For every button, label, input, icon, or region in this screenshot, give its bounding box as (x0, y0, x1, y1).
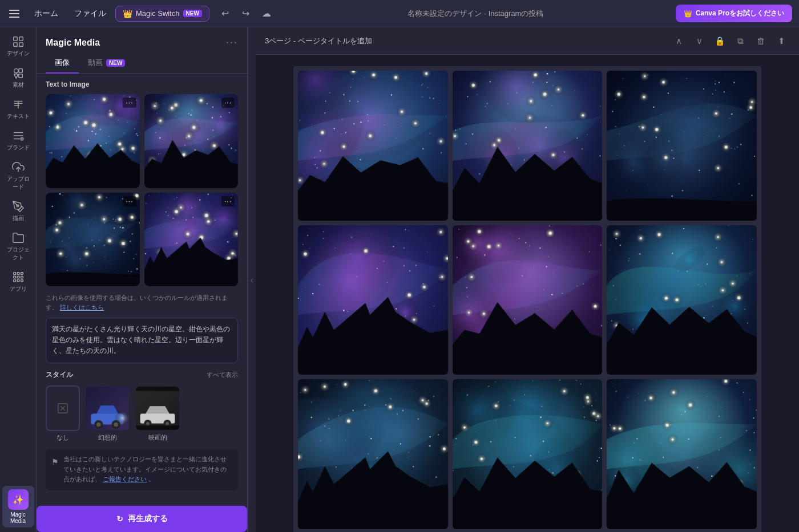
magic-switch-label: Magic Switch (136, 9, 180, 18)
panel-image-1[interactable]: ··· (46, 94, 140, 188)
sidebar-item-elements[interactable]: 素材 (2, 63, 34, 92)
svg-rect-22 (13, 280, 15, 282)
notice-text: 当社はこの新しいテクノロジーを皆さまと一緒に進化させていきたいと考えています。イ… (63, 454, 232, 485)
canvas-image-2[interactable] (453, 71, 603, 221)
crown-icon: 👑 (123, 9, 132, 18)
tab-image[interactable]: 画像 (46, 53, 79, 74)
nav-home[interactable]: ホーム (27, 5, 65, 22)
regenerate-button[interactable]: ↻ 再生成する (37, 506, 247, 532)
canvas-toolbar-actions: ∧ ∨ 🔒 ⧉ 🗑 ⬆ (670, 33, 790, 50)
image-options-3[interactable]: ··· (123, 196, 136, 206)
sidebar-label-design: デザイン (7, 50, 30, 58)
prompt-textarea[interactable]: 満天の星がたくさん光り輝く天の川の星空。紺色や黒色の星色のみを使用。雲はなく晴れ… (46, 318, 238, 363)
regen-label: 再生成する (128, 514, 168, 524)
image-options-4[interactable]: ··· (221, 196, 235, 206)
svg-rect-18 (21, 273, 23, 275)
panel-header: Magic Media ··· (37, 27, 247, 53)
canvas-image-8[interactable] (453, 379, 603, 529)
style-grid: なし 幻想的 映画的 (46, 385, 238, 442)
rule-link[interactable]: 詳しくはこちら (60, 304, 104, 311)
topbar-actions: ↩ ↪ ☁ (216, 5, 276, 23)
sidebar-label-draw: 描画 (13, 214, 24, 222)
magic-media-icon: ✨ (8, 489, 29, 510)
panel-content: Text to Image ··· ··· ··· ··· (37, 74, 247, 506)
style-fantasy-label: 幻想的 (98, 433, 117, 442)
notice-section: ⚑ 当社はこの新しいテクノロジーを皆さまと一緒に進化させていきたいと考えています… (46, 449, 238, 490)
flag-icon: ⚑ (51, 456, 59, 485)
svg-rect-16 (13, 273, 15, 275)
panel-image-3[interactable]: ··· (46, 193, 140, 287)
style-fantasy[interactable]: 幻想的 (84, 385, 130, 442)
canvas-image-5[interactable] (453, 225, 603, 375)
sidebar-item-draw[interactable]: 描画 (2, 197, 34, 226)
style-cinematic[interactable]: 映画的 (135, 385, 180, 442)
image-options-1[interactable]: ··· (123, 98, 136, 108)
report-link[interactable]: ご報告ください (103, 476, 147, 482)
pro-trial-button[interactable]: 👑 Canva Proをお試しください (676, 5, 792, 22)
canvas-page-label: 3ページ - ページタイトルを追加 (265, 36, 372, 46)
panel-more-button[interactable]: ··· (226, 36, 238, 48)
sidebar-item-apps[interactable]: アプリ (2, 267, 34, 297)
canvas-image-4[interactable] (298, 225, 448, 375)
page-up-button[interactable]: ∧ (670, 33, 687, 50)
canvas-image-6[interactable] (607, 225, 757, 375)
tab-video[interactable]: 動画 NEW (79, 53, 134, 74)
generated-images-grid: ··· ··· ··· ··· (46, 94, 238, 286)
undo-button[interactable]: ↩ (216, 5, 235, 23)
sidebar-item-magic-media[interactable]: ✨ Magic Media (2, 486, 34, 527)
svg-rect-24 (21, 280, 23, 282)
panel: Magic Media ··· 画像 動画 NEW Text to Image … (37, 27, 248, 532)
sidebar-label-apps: アプリ (10, 285, 27, 293)
cloud-save-button[interactable]: ☁ (257, 5, 276, 23)
svg-point-4 (14, 69, 18, 73)
nav-magic-switch[interactable]: 👑 Magic Switch NEW (115, 6, 209, 22)
panel-collapse-handle[interactable] (248, 27, 256, 532)
topbar: ホーム ファイル 👑 Magic Switch NEW ↩ ↪ ☁ 名称未設定の… (0, 0, 799, 27)
sidebar-item-uploads[interactable]: アップロード (2, 157, 34, 194)
menu-icon[interactable] (7, 6, 23, 22)
pro-btn-label: Canva Proをお試しください (696, 9, 784, 18)
icon-sidebar: デザイン 素材 テキスト ブランド (0, 27, 37, 532)
topbar-nav: ホーム ファイル 👑 Magic Switch NEW (27, 5, 209, 22)
delete-button[interactable]: 🗑 (752, 33, 769, 50)
style-cinematic-label: 映画的 (148, 433, 167, 442)
sidebar-label-brand: ブランド (7, 144, 30, 152)
canvas-area: 3ページ - ページタイトルを追加 ∧ ∨ 🔒 ⧉ 🗑 ⬆ (256, 27, 799, 532)
sidebar-item-brand[interactable]: ブランド (2, 126, 34, 155)
style-cinematic-thumb (135, 385, 180, 431)
sidebar-item-text[interactable]: テキスト (2, 95, 34, 124)
canvas-toolbar: 3ページ - ページタイトルを追加 ∧ ∨ 🔒 ⧉ 🗑 ⬆ (256, 27, 799, 55)
export-button[interactable]: ⬆ (773, 33, 790, 50)
canvas-image-9[interactable] (607, 379, 757, 529)
sidebar-item-projects[interactable]: プロジェクト (2, 228, 34, 265)
redo-button[interactable]: ↪ (237, 5, 255, 23)
svg-rect-7 (18, 74, 22, 78)
canvas-scroll[interactable] (256, 55, 799, 532)
svg-rect-19 (13, 276, 15, 278)
panel-image-2[interactable]: ··· (144, 94, 239, 188)
topbar-right: 👑 Canva Proをお試しください (676, 5, 792, 22)
panel-image-4[interactable]: ··· (144, 193, 239, 287)
document-title: 名称未設定のデザイン - Instagramの投稿 (280, 9, 671, 19)
page-down-button[interactable]: ∨ (691, 33, 708, 50)
canvas-image-3[interactable] (607, 71, 757, 221)
lock-button[interactable]: 🔒 (711, 33, 728, 50)
image-options-2[interactable]: ··· (221, 98, 235, 108)
canvas-image-1[interactable] (298, 71, 448, 221)
svg-marker-6 (14, 74, 18, 78)
style-show-all-button[interactable]: すべて表示 (207, 371, 238, 379)
style-none[interactable]: なし (46, 385, 80, 442)
sidebar-label-text: テキスト (7, 112, 30, 120)
nav-file[interactable]: ファイル (67, 5, 113, 22)
sidebar-label-magic-media: Magic Media (5, 511, 32, 524)
sidebar-label-uploads: アップロード (5, 175, 32, 191)
svg-rect-23 (17, 280, 19, 282)
canvas-page (293, 66, 761, 532)
video-tab-badge: NEW (106, 59, 125, 67)
canvas-image-7[interactable] (298, 379, 448, 529)
sidebar-label-elements: 素材 (13, 81, 24, 89)
svg-rect-0 (13, 37, 17, 40)
sidebar-item-design[interactable]: デザイン (2, 32, 34, 61)
copy-button[interactable]: ⧉ (732, 33, 749, 50)
svg-rect-2 (13, 43, 17, 46)
